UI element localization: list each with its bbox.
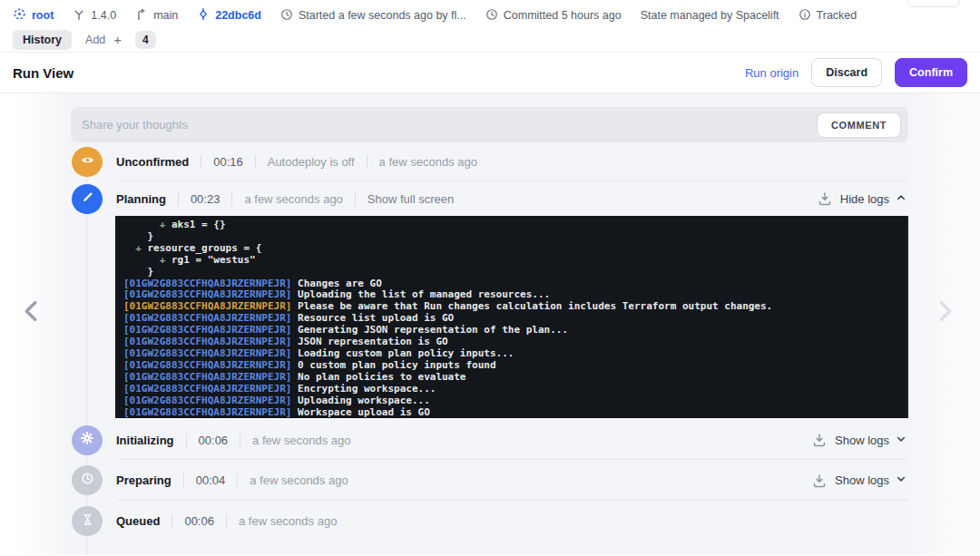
stage-timestamp: a few seconds ago	[379, 155, 477, 169]
tab-history[interactable]: History	[13, 30, 72, 50]
download-logs-icon[interactable]	[812, 433, 827, 447]
hide-logs-toggle[interactable]: Hide logs	[840, 192, 906, 206]
terminal-log: + aks1 = {} } + resource_groups = { + rg…	[115, 216, 908, 418]
log-run-id: [01GW2G883CCFHQA8JRZERNPEJR]	[123, 383, 291, 395]
diff-add-marker: +	[160, 219, 172, 230]
clock-icon	[280, 8, 293, 24]
stage-label: Queued	[116, 514, 160, 528]
autodeploy-note: Autodeploy is off	[268, 155, 355, 169]
logs-toggle-label: Show logs	[835, 473, 889, 487]
pencil-icon	[81, 190, 94, 208]
plus-icon: +	[113, 33, 122, 46]
stage-label: Planning	[116, 192, 166, 206]
add-label: Add	[85, 34, 105, 46]
clock-icon	[81, 472, 94, 489]
state-managed-item: State managed by Spacelift	[641, 9, 779, 22]
download-logs-icon[interactable]	[818, 191, 832, 206]
log-line: [01GW2G883CCFHQA8JRZERNPEJR] Workspace u…	[123, 407, 900, 419]
unconfirmed-status-badge	[72, 147, 103, 177]
log-run-id: [01GW2G883CCFHQA8JRZERNPEJR]	[123, 395, 291, 406]
log-run-id: [01GW2G883CCFHQA8JRZERNPEJR]	[123, 336, 291, 347]
branch-label: main	[153, 9, 178, 22]
started-label: Started a few seconds ago by fl...	[299, 9, 466, 22]
confirm-button[interactable]: Confirm	[895, 58, 967, 87]
view-tabs: History Add + 4	[0, 27, 980, 52]
comment-button[interactable]: COMMENT	[817, 112, 901, 138]
chevron-down-icon	[896, 473, 906, 487]
tracked-label: Tracked	[817, 9, 858, 22]
top-meta-bar: root 1.4.0 main 22dbc6d Started a few se…	[0, 0, 980, 27]
log-run-id: [01GW2G883CCFHQA8JRZERNPEJR]	[123, 324, 291, 336]
run-stages-timeline: Unconfirmed 00:16 Autodeploy is off a fe…	[71, 142, 908, 541]
page-title: Run View	[13, 65, 74, 81]
comment-input[interactable]: Share your thoughts COMMENT	[71, 107, 908, 142]
logs-toggle-label: Show logs	[835, 434, 889, 447]
state-managed-label: State managed by Spacelift	[641, 9, 779, 22]
stage-duration: 00:16	[213, 155, 243, 169]
stage-label: Initializing	[116, 434, 174, 447]
stage-duration: 00:06	[199, 434, 229, 447]
stage-row-planning: Planning 00:23 a few seconds ago Show fu…	[71, 181, 908, 216]
space-link[interactable]: root	[13, 7, 54, 24]
stage-duration: 00:06	[184, 514, 214, 528]
add-view-button[interactable]: Add +	[85, 33, 122, 46]
show-full-screen-link[interactable]: Show full screen	[368, 192, 454, 206]
space-name: root	[32, 9, 54, 22]
committed-item: Committed 5 hours ago	[485, 8, 622, 24]
log-run-id: [01GW2G883CCFHQA8JRZERNPEJR]	[123, 300, 291, 312]
stage-timestamp: a few seconds ago	[250, 473, 348, 487]
log-line: }	[123, 231, 900, 243]
log-run-id: [01GW2G883CCFHQA8JRZERNPEJR]	[123, 312, 291, 324]
stage-row-queued: Queued 00:06 a few seconds ago	[71, 501, 908, 541]
stage-row-preparing: Preparing 00:04 a few seconds ago Show l…	[71, 460, 908, 501]
eye-icon	[80, 152, 95, 171]
branch-item: main	[135, 8, 178, 24]
show-logs-toggle[interactable]: Show logs	[835, 434, 906, 447]
info-icon	[799, 8, 811, 24]
version-item: 1.4.0	[73, 8, 116, 24]
version-label: 1.4.0	[91, 9, 116, 22]
stage-timestamp: a few seconds ago	[252, 434, 350, 447]
diff-add-marker: +	[135, 242, 147, 254]
run-origin-link[interactable]: Run origin	[745, 66, 799, 80]
stage-row-unconfirmed: Unconfirmed 00:16 Autodeploy is off a fe…	[71, 142, 908, 181]
carousel-next-button[interactable]	[936, 300, 955, 326]
log-run-id: [01GW2G883CCFHQA8JRZERNPEJR]	[123, 406, 291, 418]
download-logs-icon[interactable]	[812, 473, 827, 488]
planning-status-badge	[72, 184, 103, 214]
log-run-id: [01GW2G883CCFHQA8JRZERNPEJR]	[123, 347, 291, 359]
log-run-id: [01GW2G883CCFHQA8JRZERNPEJR]	[123, 359, 291, 371]
chevron-up-icon	[896, 192, 906, 206]
cutoff-corner-button[interactable]	[907, 0, 960, 7]
tracked-item: Tracked	[799, 8, 858, 24]
stage-timestamp: a few seconds ago	[244, 192, 342, 206]
commit-sha: 22dbc6d	[215, 9, 261, 22]
gear-icon	[80, 431, 94, 449]
stage-duration: 00:04	[196, 473, 226, 487]
chevron-down-icon	[896, 434, 906, 447]
stage-duration: 00:23	[191, 192, 220, 206]
diff-add-marker: +	[160, 254, 172, 266]
commit-link[interactable]: 22dbc6d	[197, 7, 261, 24]
discard-button[interactable]: Discard	[811, 58, 882, 87]
space-icon	[13, 7, 26, 24]
carousel-prev-button[interactable]	[22, 300, 40, 326]
log-run-id: [01GW2G883CCFHQA8JRZERNPEJR]	[123, 288, 291, 300]
show-logs-toggle[interactable]: Show logs	[835, 473, 906, 487]
run-timeline-panel: Share your thoughts COMMENT Unconfirmed …	[0, 93, 980, 555]
log-line: + rg1 = "westus"	[123, 255, 900, 267]
queued-status-badge	[72, 506, 103, 536]
git-branch-icon	[135, 8, 148, 24]
comment-placeholder: Share your thoughts	[82, 118, 817, 132]
run-view-header: Run View Run origin Discard Confirm	[0, 52, 980, 93]
preparing-status-badge	[72, 465, 103, 495]
logs-toggle-label: Hide logs	[840, 192, 889, 206]
terraform-version-icon	[73, 8, 85, 24]
clock-icon	[485, 8, 498, 24]
git-commit-icon	[197, 7, 210, 24]
hourglass-icon	[82, 513, 93, 530]
log-line: + aks1 = {}	[123, 219, 900, 231]
committed-label: Committed 5 hours ago	[504, 9, 622, 22]
stage-timestamp: a few seconds ago	[239, 514, 337, 528]
log-run-id: [01GW2G883CCFHQA8JRZERNPEJR]	[123, 371, 291, 383]
